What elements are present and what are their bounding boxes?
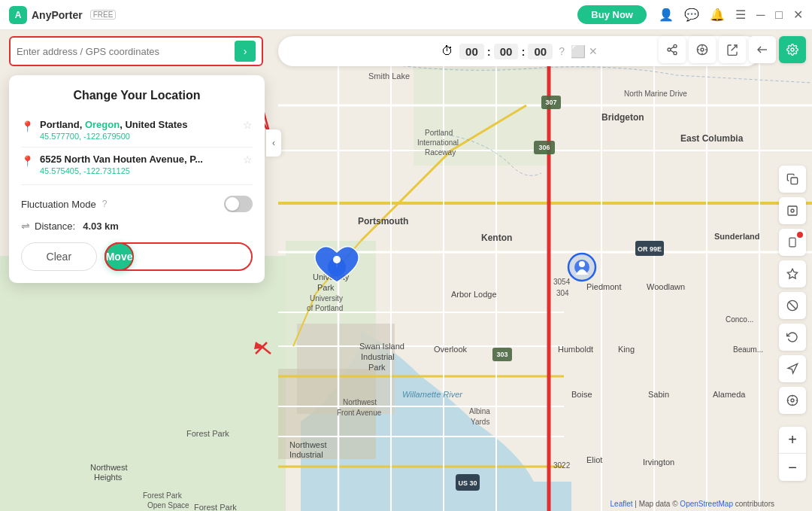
svg-point-110 <box>791 209 794 212</box>
svg-text:Piedmont: Piedmont <box>586 282 621 291</box>
svg-text:University: University <box>310 294 343 303</box>
fluctuation-help-icon[interactable]: ? <box>102 199 108 209</box>
direction-button[interactable] <box>779 355 806 382</box>
profile-icon[interactable]: 👤 <box>659 8 674 22</box>
panel-collapse-button[interactable]: ‹ <box>266 129 281 157</box>
svg-line-99 <box>671 50 674 53</box>
favorite-star-1[interactable]: ☆ <box>243 119 253 131</box>
search-submit-button[interactable]: › <box>235 41 256 62</box>
notification-icon[interactable]: 🔔 <box>710 8 725 22</box>
location-pin-icon-2: 📍 <box>21 155 34 167</box>
location-name-2: 6525 North Van Houten Avenue, P... <box>40 154 237 165</box>
svg-text:Conco...: Conco... <box>726 315 753 324</box>
favorite-star-2[interactable]: ☆ <box>243 154 253 166</box>
svg-text:3022: 3022 <box>553 461 571 470</box>
leaflet-link[interactable]: Leaflet <box>611 500 633 508</box>
action-buttons-row: Clear Move <box>21 242 253 271</box>
target-button[interactable] <box>689 36 716 63</box>
svg-text:of Portland: of Portland <box>307 304 343 312</box>
svg-point-97 <box>668 48 671 51</box>
svg-text:Alameda: Alameda <box>713 390 746 399</box>
chat-icon[interactable]: 💬 <box>684 8 699 22</box>
map-attribution: Leaflet | Map data © OpenStreetMap Leafl… <box>611 500 774 508</box>
svg-text:Industrial: Industrial <box>361 352 395 361</box>
svg-text:303: 303 <box>496 351 508 358</box>
settings-button[interactable] <box>779 36 806 63</box>
svg-text:US 30: US 30 <box>458 479 477 487</box>
svg-text:Boise: Boise <box>571 390 592 399</box>
svg-rect-1 <box>0 256 286 511</box>
svg-text:Northwest: Northwest <box>343 398 377 406</box>
svg-text:Forest Park: Forest Park <box>194 503 237 511</box>
zoom-out-button[interactable]: − <box>779 454 806 481</box>
move-button[interactable]: Move <box>105 242 135 271</box>
svg-text:Arbor Lodge: Arbor Lodge <box>451 290 497 299</box>
location-item-2[interactable]: 📍 6525 North Van Houten Avenue, P... 45.… <box>21 147 253 181</box>
clear-button[interactable]: Clear <box>21 242 97 271</box>
svg-point-98 <box>674 52 677 55</box>
recenter-button[interactable] <box>779 387 806 414</box>
back-button[interactable] <box>749 36 776 63</box>
zoom-in-button[interactable]: + <box>779 427 806 454</box>
svg-text:Portsmouth: Portsmouth <box>358 216 408 227</box>
svg-point-107 <box>791 48 794 51</box>
menu-icon[interactable]: ☰ <box>735 8 746 22</box>
share-button[interactable] <box>659 36 686 63</box>
fluctuation-toggle[interactable] <box>224 196 253 212</box>
block-button[interactable] <box>779 292 806 319</box>
right-toolbar <box>659 36 806 63</box>
svg-text:Kenton: Kenton <box>481 233 512 243</box>
svg-text:Portland: Portland <box>425 129 453 137</box>
svg-point-96 <box>674 44 677 47</box>
svg-text:OR 99E: OR 99E <box>638 245 662 253</box>
svg-text:Northwest: Northwest <box>90 463 128 472</box>
timer-close-icon[interactable]: ✕ <box>589 45 598 57</box>
timer-minutes[interactable]: 00 <box>494 44 519 59</box>
history-button[interactable] <box>779 324 806 351</box>
svg-text:Northwest: Northwest <box>289 440 327 449</box>
svg-text:307: 307 <box>545 99 556 106</box>
svg-text:Swan Island: Swan Island <box>359 342 404 351</box>
buy-now-button[interactable]: Buy Now <box>577 5 647 24</box>
svg-marker-113 <box>787 269 797 278</box>
location-pin-icon-1: 📍 <box>21 120 34 132</box>
svg-text:Albina: Albina <box>469 407 490 415</box>
svg-text:Eliot: Eliot <box>586 455 602 464</box>
timer-icon: ⏱ <box>441 44 453 58</box>
logo-icon: A <box>9 6 27 24</box>
svg-text:Industrial: Industrial <box>289 450 323 459</box>
openstreetmap-link[interactable]: OpenStreetMap <box>680 500 733 508</box>
location-name-1: Portland, Oregon, United States <box>40 119 237 130</box>
timer-hours[interactable]: 00 <box>459 44 484 59</box>
copy-location-button[interactable] <box>779 166 806 193</box>
star-button[interactable] <box>779 260 806 287</box>
device-button[interactable] <box>779 229 806 256</box>
svg-text:King: King <box>618 345 635 354</box>
svg-rect-111 <box>789 238 795 247</box>
timer-seconds[interactable]: 00 <box>528 44 553 59</box>
svg-rect-109 <box>788 206 797 215</box>
timer-copy-icon[interactable]: ⬜ <box>571 44 586 59</box>
svg-text:Willamette River: Willamette River <box>402 390 463 399</box>
svg-text:304: 304 <box>556 289 569 297</box>
location-item-1[interactable]: 📍 Portland, Oregon, United States 45.577… <box>21 113 253 147</box>
svg-text:East Columbia: East Columbia <box>680 133 744 144</box>
location-coords-2: 45.575405, -122.731125 <box>40 166 237 175</box>
timer-help-icon[interactable]: ? <box>559 45 565 57</box>
minimize-button[interactable]: ─ <box>756 8 765 22</box>
svg-text:Yards: Yards <box>471 418 489 426</box>
close-button[interactable]: ✕ <box>793 8 803 22</box>
maximize-button[interactable]: □ <box>775 8 783 22</box>
timer-colon-2: : <box>521 45 525 58</box>
location-content-2: 6525 North Van Houten Avenue, P... 45.57… <box>40 154 237 175</box>
svg-text:Open Space: Open Space <box>147 501 189 509</box>
svg-point-118 <box>791 399 794 402</box>
route-button[interactable] <box>719 36 746 63</box>
screenshot-button[interactable] <box>779 197 806 224</box>
location-panel: Change Your Location 📍 Portland, Oregon,… <box>9 75 265 283</box>
address-input[interactable] <box>17 46 235 57</box>
fluctuation-mode-label: Fluctuation Mode <box>21 199 96 210</box>
distance-icon: ⇌ <box>21 220 30 232</box>
svg-text:Park: Park <box>317 283 335 292</box>
svg-text:Smith Lake: Smith Lake <box>368 71 410 81</box>
